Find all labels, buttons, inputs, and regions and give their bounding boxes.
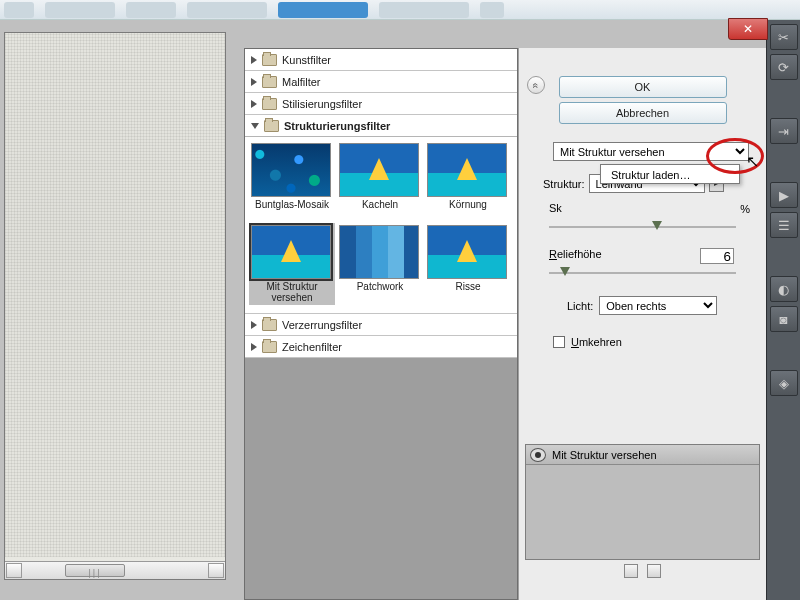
delete-effect-button[interactable]: [647, 564, 661, 578]
category-strukturierungsfilter[interactable]: Strukturierungsfilter: [245, 115, 517, 137]
filter-thumb-buntglas[interactable]: Buntglas-Mosaik: [251, 143, 333, 219]
triangle-down-icon: [251, 123, 259, 129]
category-label: Stilisierungsfilter: [282, 98, 362, 110]
triangle-right-icon: [251, 321, 257, 329]
thumbnail-icon: [339, 225, 419, 279]
folder-icon: [264, 120, 279, 132]
cancel-button[interactable]: Abbrechen: [559, 102, 727, 124]
category-malfilter[interactable]: Malfilter: [245, 71, 517, 93]
triangle-right-icon: [251, 100, 257, 108]
percent-sign: %: [740, 203, 750, 215]
tool-crop-icon[interactable]: ✂: [770, 24, 798, 50]
category-verzerrungsfilter[interactable]: Verzerrungsfilter: [245, 314, 517, 336]
scroll-right-button[interactable]: [208, 563, 224, 578]
folder-icon: [262, 98, 277, 110]
triangle-right-icon: [251, 56, 257, 64]
thumbnail-label: Patchwork: [339, 279, 421, 301]
effect-layers-list: Mit Struktur versehen: [525, 444, 760, 560]
category-label: Malfilter: [282, 76, 321, 88]
thumbnail-icon: [427, 143, 507, 197]
filter-thumb-risse[interactable]: Risse: [427, 225, 509, 303]
preview-pane: |||: [4, 32, 226, 580]
reliefhoehe-slider[interactable]: [549, 266, 736, 280]
category-label: Kunstfilter: [282, 54, 331, 66]
triangle-right-icon: [251, 78, 257, 86]
umkehren-checkbox[interactable]: [553, 336, 565, 348]
thumbnail-label: Mit Struktur versehen: [251, 279, 333, 303]
licht-label: Licht:: [567, 300, 593, 312]
struktur-popup-menu: Struktur laden…: [600, 164, 740, 184]
filter-name-select[interactable]: Mit Struktur versehen: [553, 142, 749, 161]
filter-thumbnails-grid: Buntglas-Mosaik Kacheln Körnung Mit Stru…: [245, 137, 517, 314]
thumbnail-label: Buntglas-Mosaik: [251, 197, 333, 219]
category-label: Verzerrungsfilter: [282, 319, 362, 331]
filter-thumb-mit-struktur[interactable]: Mit Struktur versehen: [249, 223, 335, 305]
filter-category-panel: Kunstfilter Malfilter Stilisierungsfilte…: [244, 48, 518, 600]
thumbnail-icon: [251, 225, 331, 279]
skalierung-label: Sk: [549, 202, 562, 214]
reliefhoehe-input[interactable]: [700, 248, 734, 264]
folder-icon: [262, 341, 277, 353]
tool-camera-icon[interactable]: ◙: [770, 306, 798, 332]
umkehren-label: Umkehren: [571, 336, 622, 348]
thumbnail-icon: [339, 143, 419, 197]
new-effect-button[interactable]: [624, 564, 638, 578]
tool-layers-icon[interactable]: ◈: [770, 370, 798, 396]
tool-slider-icon[interactable]: ☰: [770, 212, 798, 238]
skalierung-slider[interactable]: [549, 220, 736, 234]
effect-layer-label: Mit Struktur versehen: [552, 449, 657, 461]
filter-preview-canvas[interactable]: [5, 33, 225, 557]
folder-icon: [262, 76, 277, 88]
visibility-eye-icon[interactable]: [530, 448, 546, 462]
tool-contrast-icon[interactable]: ◐: [770, 276, 798, 302]
thumbnail-label: Risse: [427, 279, 509, 301]
category-label: Zeichenfilter: [282, 341, 342, 353]
preview-horizontal-scrollbar[interactable]: |||: [5, 561, 225, 579]
tool-straighten-icon[interactable]: ⇥: [770, 118, 798, 144]
filter-thumb-kacheln[interactable]: Kacheln: [339, 143, 421, 219]
effect-layer-item[interactable]: Mit Struktur versehen: [526, 445, 759, 465]
category-kunstfilter[interactable]: Kunstfilter: [245, 49, 517, 71]
tool-rotate-icon[interactable]: ⟳: [770, 54, 798, 80]
triangle-right-icon: [251, 343, 257, 351]
thumbnail-label: Körnung: [427, 197, 509, 219]
filter-options-panel: OK Abbrechen Mit Struktur versehen Struk…: [518, 48, 766, 600]
category-label: Strukturierungsfilter: [284, 120, 390, 132]
folder-icon: [262, 319, 277, 331]
scroll-thumb[interactable]: |||: [65, 564, 125, 577]
thumbnail-icon: [251, 143, 331, 197]
thumbnail-icon: [427, 225, 507, 279]
cursor-icon: ↖: [746, 152, 759, 171]
browser-tabs-blur: [0, 0, 800, 20]
struktur-label: Struktur:: [543, 178, 585, 190]
scroll-left-button[interactable]: [6, 563, 22, 578]
ok-button[interactable]: OK: [559, 76, 727, 98]
filter-thumb-koernung[interactable]: Körnung: [427, 143, 509, 219]
window-close-button[interactable]: [728, 18, 768, 40]
collapse-button[interactable]: [527, 76, 545, 94]
thumbnail-label: Kacheln: [339, 197, 421, 219]
reliefhoehe-label: Reliefhöhe: [549, 248, 602, 260]
popup-item-load-struktur[interactable]: Struktur laden…: [611, 169, 729, 181]
right-toolbar: ✂ ⟳ ⇥ ▶ ☰ ◐ ◙ ◈: [766, 20, 800, 600]
tool-play-icon[interactable]: ▶: [770, 182, 798, 208]
licht-select[interactable]: Oben rechts: [599, 296, 717, 315]
category-zeichenfilter[interactable]: Zeichenfilter: [245, 336, 517, 358]
folder-icon: [262, 54, 277, 66]
filter-thumb-patchwork[interactable]: Patchwork: [339, 225, 421, 303]
category-stilisierungsfilter[interactable]: Stilisierungsfilter: [245, 93, 517, 115]
